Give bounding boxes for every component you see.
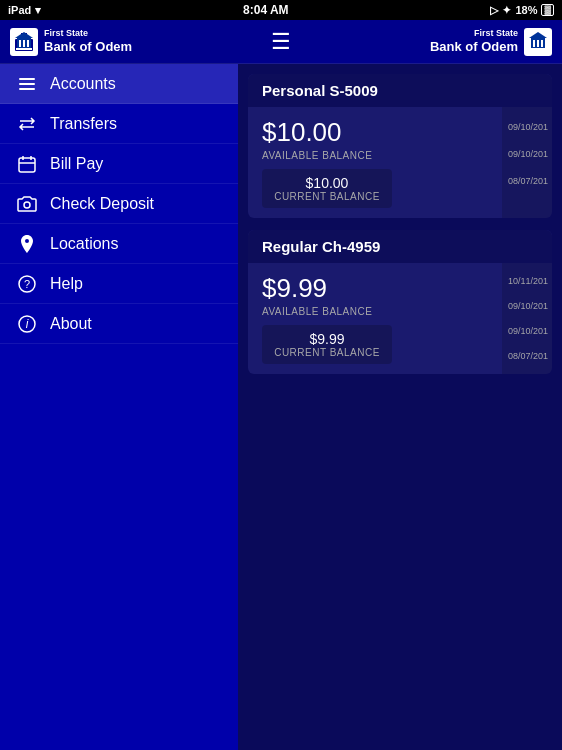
available-label-personal: AVAILABLE BALANCE bbox=[262, 150, 488, 161]
current-label-personal: CURRENT BALANCE bbox=[272, 191, 382, 202]
account-name-regular: Regular Ch-4959 bbox=[248, 230, 552, 263]
transaction-date-r3: 09/10/201 bbox=[508, 326, 548, 336]
app-header: $ First State Bank of Odem ☰ First State… bbox=[0, 20, 562, 64]
svg-rect-20 bbox=[19, 158, 35, 172]
battery-icon: ▓ bbox=[541, 4, 554, 16]
current-balance-box-personal: $10.00 CURRENT BALANCE bbox=[262, 169, 392, 208]
sidebar-label-check-deposit: Check Deposit bbox=[50, 195, 154, 213]
sidebar-item-transfers[interactable]: Transfers bbox=[0, 104, 238, 144]
transaction-date-3: 08/07/201 bbox=[508, 176, 548, 186]
transaction-date-r1: 10/11/201 bbox=[508, 276, 548, 286]
calendar-icon bbox=[16, 153, 38, 175]
available-balance-personal: $10.00 bbox=[262, 117, 488, 148]
transaction-date-2: 09/10/201 bbox=[508, 149, 548, 159]
svg-text:i: i bbox=[26, 317, 29, 331]
current-amount-regular: $9.99 bbox=[272, 331, 382, 347]
sidebar: Accounts Transfers Bill Pay bbox=[0, 64, 238, 750]
account-balance-personal: $10.00 AVAILABLE BALANCE $10.00 CURRENT … bbox=[248, 107, 502, 218]
svg-rect-13 bbox=[533, 40, 535, 47]
account-transactions-regular: 10/11/201 09/10/201 09/10/201 08/07/201 bbox=[502, 263, 552, 374]
main-content: Personal S-5009 $10.00 AVAILABLE BALANCE… bbox=[238, 64, 562, 750]
logo-right: First State Bank of Odem bbox=[430, 28, 552, 56]
logo-text: First State Bank of Odem bbox=[44, 28, 132, 54]
sidebar-label-bill-pay: Bill Pay bbox=[50, 155, 103, 173]
current-amount-personal: $10.00 bbox=[272, 175, 382, 191]
info-icon: i bbox=[16, 313, 38, 335]
sidebar-item-help[interactable]: ? Help bbox=[0, 264, 238, 304]
svg-rect-16 bbox=[530, 48, 546, 50]
hamburger-menu[interactable]: ☰ bbox=[263, 25, 299, 59]
svg-rect-8 bbox=[23, 40, 25, 47]
account-card-regular[interactable]: Regular Ch-4959 $9.99 AVAILABLE BALANCE … bbox=[248, 230, 552, 374]
account-name-personal: Personal S-5009 bbox=[248, 74, 552, 107]
camera-icon bbox=[16, 193, 38, 215]
sidebar-label-about: About bbox=[50, 315, 92, 333]
available-balance-regular: $9.99 bbox=[262, 273, 488, 304]
sidebar-label-help: Help bbox=[50, 275, 83, 293]
account-balance-regular: $9.99 AVAILABLE BALANCE $9.99 CURRENT BA… bbox=[248, 263, 502, 374]
logo-right-icon bbox=[524, 28, 552, 56]
svg-rect-19 bbox=[19, 88, 35, 90]
sidebar-item-locations[interactable]: Locations bbox=[0, 224, 238, 264]
current-balance-box-regular: $9.99 CURRENT BALANCE bbox=[262, 325, 392, 364]
status-bar: iPad ▾ 8:04 AM ▷ ✦ 18% ▓ bbox=[0, 0, 562, 20]
sidebar-item-bill-pay[interactable]: Bill Pay bbox=[0, 144, 238, 184]
wifi-icon: ▾ bbox=[35, 4, 41, 17]
svg-point-24 bbox=[24, 202, 30, 208]
account-card-body-personal: $10.00 AVAILABLE BALANCE $10.00 CURRENT … bbox=[248, 107, 552, 218]
account-transactions-personal: 09/10/201 09/10/201 08/07/201 bbox=[502, 107, 552, 218]
device-label: iPad bbox=[8, 4, 31, 16]
transaction-date-r4: 08/07/201 bbox=[508, 351, 548, 361]
svg-rect-15 bbox=[541, 40, 543, 47]
current-label-regular: CURRENT BALANCE bbox=[272, 347, 382, 358]
list-icon bbox=[16, 73, 38, 95]
svg-rect-10 bbox=[16, 48, 32, 50]
account-card-body-regular: $9.99 AVAILABLE BALANCE $9.99 CURRENT BA… bbox=[248, 263, 552, 374]
battery-label: 18% bbox=[515, 4, 537, 16]
svg-rect-18 bbox=[19, 83, 35, 85]
available-label-regular: AVAILABLE BALANCE bbox=[262, 306, 488, 317]
sidebar-label-locations: Locations bbox=[50, 235, 119, 253]
transfer-icon bbox=[16, 113, 38, 135]
svg-rect-17 bbox=[19, 78, 35, 80]
svg-marker-11 bbox=[529, 32, 547, 38]
svg-rect-9 bbox=[27, 40, 29, 47]
bluetooth-icon: ✦ bbox=[502, 4, 511, 17]
sidebar-label-accounts: Accounts bbox=[50, 75, 116, 93]
sidebar-item-check-deposit[interactable]: Check Deposit bbox=[0, 184, 238, 224]
pin-icon bbox=[16, 233, 38, 255]
svg-marker-5 bbox=[15, 32, 33, 38]
sidebar-item-about[interactable]: i About bbox=[0, 304, 238, 344]
logo-left: $ First State Bank of Odem bbox=[10, 28, 132, 56]
transaction-date-r2: 09/10/201 bbox=[508, 301, 548, 311]
sidebar-label-transfers: Transfers bbox=[50, 115, 117, 133]
transaction-date-1: 09/10/201 bbox=[508, 122, 548, 132]
app-body: Accounts Transfers Bill Pay bbox=[0, 64, 562, 750]
status-bar-left: iPad ▾ bbox=[8, 4, 41, 17]
svg-text:?: ? bbox=[24, 278, 30, 290]
logo-right-text: First State Bank of Odem bbox=[430, 28, 518, 54]
question-icon: ? bbox=[16, 273, 38, 295]
status-bar-right: ▷ ✦ 18% ▓ bbox=[490, 4, 554, 17]
account-card-personal[interactable]: Personal S-5009 $10.00 AVAILABLE BALANCE… bbox=[248, 74, 552, 218]
logo-icon: $ bbox=[10, 28, 38, 56]
svg-rect-7 bbox=[19, 40, 21, 47]
airplay-icon: ▷ bbox=[490, 4, 498, 17]
svg-rect-14 bbox=[537, 40, 539, 47]
status-bar-time: 8:04 AM bbox=[243, 3, 289, 17]
sidebar-item-accounts[interactable]: Accounts bbox=[0, 64, 238, 104]
